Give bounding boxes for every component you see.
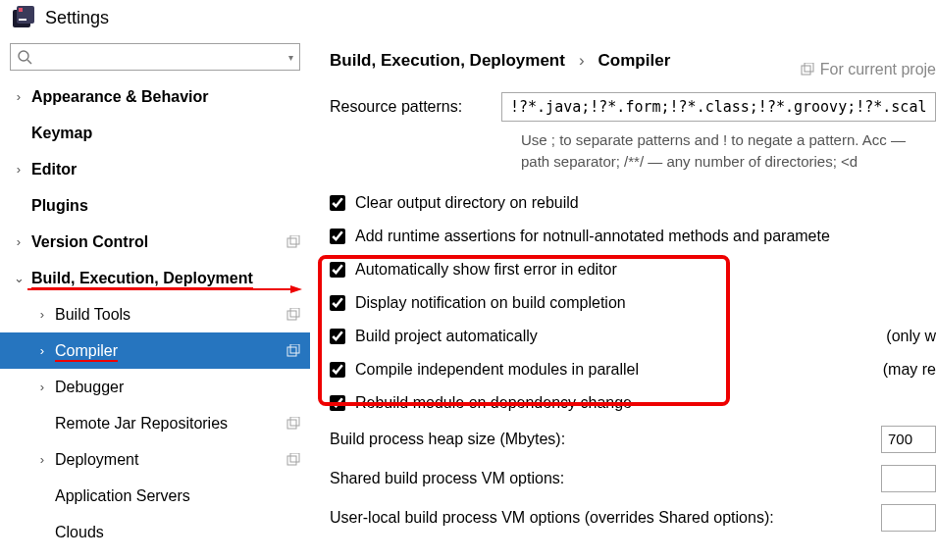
sidebar-item-plugins[interactable]: ›Plugins bbox=[0, 187, 310, 224]
resource-patterns-label: Resource patterns: bbox=[330, 98, 501, 116]
settings-content: Build, Execution, Deployment › Compiler … bbox=[310, 39, 936, 560]
svg-rect-11 bbox=[290, 308, 299, 317]
svg-rect-19 bbox=[805, 63, 813, 72]
sidebar-item-build-tools[interactable]: ›Build Tools bbox=[0, 296, 310, 332]
check-display-notification[interactable]: Display notification on build completion bbox=[330, 286, 936, 320]
check-tail-note: (only w bbox=[886, 328, 936, 345]
sidebar-item-version-control[interactable]: ›Version Control bbox=[0, 224, 310, 260]
sidebar-item-label: Debugger bbox=[55, 379, 124, 396]
sidebar-item-keymap[interactable]: ›Keymap bbox=[0, 115, 310, 151]
sidebar-item-label: Build Tools bbox=[55, 306, 130, 324]
chevron-right-icon: › bbox=[12, 162, 26, 177]
project-scope-hint: For current proje bbox=[801, 61, 936, 78]
shared-vm-input[interactable] bbox=[881, 465, 936, 492]
svg-rect-15 bbox=[290, 417, 299, 426]
svg-point-4 bbox=[19, 51, 28, 61]
chevron-right-icon: › bbox=[35, 380, 49, 394]
check-label: Build project automatically bbox=[355, 328, 538, 345]
settings-sidebar: ▾ ›Appearance & Behavior ›Keymap ›Editor… bbox=[0, 39, 310, 560]
check-compile-parallel[interactable]: Compile independent modules in parallel(… bbox=[330, 353, 936, 386]
svg-rect-7 bbox=[290, 235, 299, 244]
sidebar-item-label: Clouds bbox=[55, 524, 104, 541]
window-title: Settings bbox=[45, 8, 109, 28]
check-clear-output[interactable]: Clear output directory on rebuild bbox=[330, 186, 936, 220]
sidebar-item-label: Plugins bbox=[31, 197, 88, 215]
svg-rect-2 bbox=[19, 8, 23, 12]
check-label: Display notification on build completion bbox=[355, 294, 626, 312]
project-scope-icon bbox=[286, 235, 300, 249]
sidebar-item-label: Build, Execution, Deployment bbox=[31, 270, 253, 287]
chevron-right-icon: › bbox=[12, 89, 26, 104]
sidebar-item-deployment[interactable]: ›Deployment bbox=[0, 441, 310, 478]
chevron-down-icon: ⌄ bbox=[12, 271, 26, 285]
sidebar-item-remote-jar[interactable]: Remote Jar Repositories bbox=[0, 405, 310, 441]
check-label: Compile independent modules in parallel bbox=[355, 361, 639, 379]
sidebar-item-label: Version Control bbox=[31, 233, 148, 251]
chevron-right-icon: › bbox=[35, 452, 49, 467]
chevron-right-icon: › bbox=[35, 307, 49, 322]
breadcrumb-root[interactable]: Build, Execution, Deployment bbox=[330, 51, 565, 71]
heap-size-row: Build process heap size (Mbytes): bbox=[330, 420, 936, 459]
checkbox[interactable] bbox=[330, 362, 345, 378]
sidebar-item-label: Remote Jar Repositories bbox=[55, 415, 228, 433]
sidebar-item-appearance[interactable]: ›Appearance & Behavior bbox=[0, 78, 310, 115]
project-scope-icon bbox=[286, 308, 300, 322]
sidebar-item-label: Compiler bbox=[55, 342, 118, 360]
svg-rect-6 bbox=[287, 238, 296, 247]
shared-vm-label: Shared build process VM options: bbox=[330, 470, 881, 487]
search-input-wrap[interactable]: ▾ bbox=[10, 43, 300, 71]
dropdown-icon[interactable]: ▾ bbox=[288, 52, 293, 63]
titlebar: Settings bbox=[0, 0, 936, 39]
sidebar-item-debugger[interactable]: ›Debugger bbox=[0, 369, 310, 405]
sidebar-item-label: Appearance & Behavior bbox=[31, 88, 209, 106]
check-label: Automatically show first error in editor bbox=[355, 261, 617, 279]
chevron-right-icon: › bbox=[35, 343, 49, 358]
check-label: Rebuild module on dependency change bbox=[355, 394, 632, 412]
user-vm-row: User-local build process VM options (ove… bbox=[330, 498, 936, 537]
check-label: Clear output directory on rebuild bbox=[355, 194, 579, 212]
sidebar-item-clouds[interactable]: Clouds bbox=[0, 514, 310, 550]
sidebar-item-compiler[interactable]: › Compiler bbox=[0, 332, 310, 369]
checkbox[interactable] bbox=[330, 195, 345, 211]
svg-rect-14 bbox=[287, 420, 296, 429]
check-runtime-assert[interactable]: Add runtime assertions for notnull-annot… bbox=[330, 220, 936, 253]
sidebar-item-app-servers[interactable]: Application Servers bbox=[0, 478, 310, 514]
heap-size-input[interactable] bbox=[881, 426, 936, 453]
checkbox[interactable] bbox=[330, 229, 345, 244]
project-scope-icon bbox=[286, 417, 300, 431]
project-scope-text: For current proje bbox=[820, 61, 936, 78]
svg-rect-17 bbox=[290, 453, 299, 462]
sidebar-item-editor[interactable]: ›Editor bbox=[0, 151, 310, 187]
checkbox[interactable] bbox=[330, 295, 345, 311]
sidebar-item-label: Keymap bbox=[31, 125, 92, 142]
checkbox[interactable] bbox=[330, 262, 345, 278]
intellij-icon bbox=[12, 6, 35, 29]
search-icon bbox=[17, 49, 32, 65]
resource-patterns-input[interactable] bbox=[501, 92, 936, 122]
chevron-right-icon: › bbox=[12, 234, 26, 249]
svg-rect-13 bbox=[290, 344, 299, 353]
project-scope-icon bbox=[286, 453, 300, 467]
svg-line-5 bbox=[27, 60, 31, 64]
check-rebuild-module[interactable]: Rebuild module on dependency change bbox=[330, 386, 936, 420]
svg-rect-3 bbox=[19, 19, 26, 21]
check-build-auto[interactable]: Build project automatically(only w bbox=[330, 320, 936, 353]
check-label: Add runtime assertions for notnull-annot… bbox=[355, 228, 830, 245]
svg-rect-16 bbox=[287, 456, 296, 465]
check-tail-note: (may re bbox=[883, 361, 936, 379]
heap-size-label: Build process heap size (Mbytes): bbox=[330, 431, 881, 448]
search-input[interactable] bbox=[36, 49, 288, 65]
svg-rect-12 bbox=[287, 347, 296, 356]
user-vm-label: User-local build process VM options (ove… bbox=[330, 509, 881, 527]
project-scope-icon bbox=[801, 63, 814, 76]
svg-marker-9 bbox=[290, 285, 302, 293]
checkbox[interactable] bbox=[330, 395, 345, 411]
svg-rect-10 bbox=[287, 311, 296, 320]
shared-vm-row: Shared build process VM options: bbox=[330, 459, 936, 498]
check-show-first-error[interactable]: Automatically show first error in editor bbox=[330, 253, 936, 286]
sidebar-item-label: Application Servers bbox=[55, 487, 190, 505]
sidebar-item-build[interactable]: ⌄ Build, Execution, Deployment bbox=[0, 260, 310, 296]
user-vm-input[interactable] bbox=[881, 504, 936, 532]
project-scope-icon bbox=[286, 344, 300, 358]
checkbox[interactable] bbox=[330, 329, 345, 344]
